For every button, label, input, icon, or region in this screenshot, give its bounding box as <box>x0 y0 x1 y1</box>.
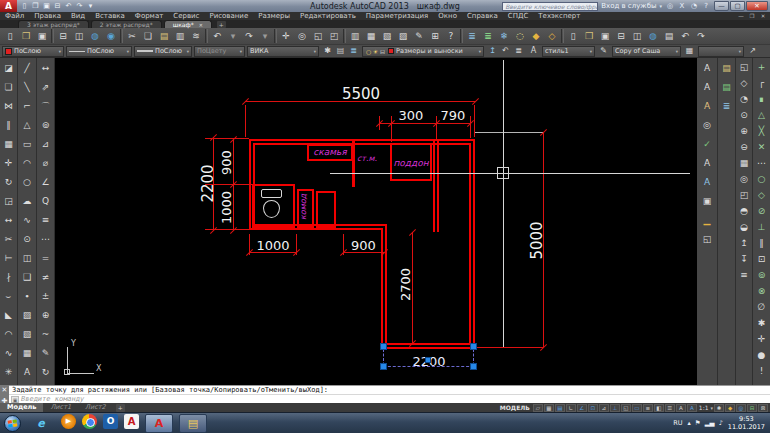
dim-text-900-left[interactable]: 900 <box>219 138 234 188</box>
text-underline-icon[interactable]: ▁ <box>699 211 715 230</box>
undo-3-icon[interactable]: ↶ <box>677 29 693 44</box>
dim-style-icon[interactable]: ✎ <box>597 45 610 57</box>
bench-label[interactable]: скамья <box>305 147 355 157</box>
copy-icon[interactable]: ❏ <box>1 78 17 97</box>
dim-text-5000[interactable]: 5000 <box>528 206 543 276</box>
publish-icon[interactable]: ◍ <box>87 29 103 44</box>
grip-top-left[interactable] <box>380 343 387 350</box>
table-icon[interactable]: ▦ <box>19 344 35 363</box>
plot-2-icon[interactable]: ⊟ <box>613 29 629 44</box>
revision-cloud-icon[interactable]: ☁ <box>19 192 35 211</box>
properties-palette-icon[interactable]: ▥ <box>347 29 363 44</box>
zoom-window-2-icon[interactable]: ◱ <box>736 59 752 75</box>
menu-item[interactable]: Размеры <box>253 12 295 20</box>
dim-jogged-icon[interactable]: ⊿ <box>38 135 54 154</box>
washing-machine-label[interactable]: ст.м. <box>351 154 383 163</box>
qat-undo-icon[interactable]: ↶ <box>63 1 74 12</box>
annotation-scale-value[interactable]: 1:1 <box>699 404 709 411</box>
rotate-icon[interactable]: ↻ <box>1 173 17 192</box>
array-icon[interactable]: ▦ <box>1 135 17 154</box>
draworder-under-icon[interactable]: ↧ <box>736 251 752 267</box>
redo-list-icon[interactable]: ▾ <box>257 29 273 44</box>
join-icon[interactable]: ⌣ <box>1 287 17 306</box>
adobe-reader-icon[interactable]: A <box>124 414 139 429</box>
ellipse-icon[interactable]: ⊙ <box>19 230 35 249</box>
zoom-dynamic-icon[interactable]: ◇ <box>736 75 752 91</box>
command-customize-icon[interactable]: ✚ <box>0 396 10 407</box>
menu-item[interactable]: Формат <box>130 12 168 20</box>
mirror-icon[interactable]: ⋈ <box>1 97 17 116</box>
settings-gear-icon[interactable]: ✱ <box>321 45 334 57</box>
temporary-track-point-icon[interactable]: + <box>754 59 770 75</box>
dim-radius-icon[interactable]: ⊚ <box>38 116 54 135</box>
menu-item[interactable]: Справка <box>462 12 503 20</box>
layer-unisolate-icon[interactable]: ≣ <box>480 29 496 44</box>
quick-properties-icon[interactable]: ☰ <box>665 404 675 412</box>
signin-label[interactable]: Вход в службы <box>601 2 656 10</box>
layer-stack-2-icon[interactable]: ≣ <box>719 97 735 116</box>
markup-sheet-icon[interactable]: ▤ <box>719 59 735 78</box>
paste-icon[interactable]: ▤ <box>156 29 172 44</box>
qat-menu-icon[interactable]: ▾ <box>85 1 96 12</box>
dim-style-control[interactable]: Copy of Саша▾ <box>612 46 681 57</box>
close-icon[interactable]: ✕ <box>746 1 768 11</box>
dim-text-790[interactable]: 790 <box>431 108 475 123</box>
layer-on-bulb-icon[interactable]: ○ <box>365 48 372 55</box>
polyline-icon[interactable]: ⌐ <box>19 97 35 116</box>
doc-restore-icon[interactable]: ❐ <box>747 13 757 20</box>
communication-center-icon[interactable]: ◔ <box>689 1 699 11</box>
pan-2-icon[interactable]: ✛ <box>754 331 770 347</box>
media-player-icon[interactable]: ▶ <box>61 414 76 429</box>
quickcalc-icon[interactable]: ⊞ <box>427 29 443 44</box>
zoom-window-icon[interactable]: ◱ <box>310 29 326 44</box>
layout-tab[interactable]: Лист2 <box>78 403 113 412</box>
dim-text-300[interactable]: 300 <box>389 108 433 123</box>
new-icon[interactable]: ▯ <box>2 29 18 44</box>
taskbar-clock[interactable]: 9:53 11.01.2017 <box>728 415 765 431</box>
plot-icon[interactable]: ⊟ <box>55 29 71 44</box>
qat-plot-icon[interactable]: ⊟ <box>52 1 63 12</box>
doc-minimize-icon[interactable]: — <box>736 13 746 20</box>
zoom-previous-icon[interactable]: ◰ <box>326 29 342 44</box>
open-2-icon[interactable]: ❒ <box>581 29 597 44</box>
dim-baseline-icon[interactable]: ≡ <box>38 211 54 230</box>
snap-mode-icon[interactable]: ▦ <box>544 404 554 412</box>
menu-item[interactable]: Окно <box>433 12 462 20</box>
start-button[interactable] <box>4 415 21 432</box>
copy-clip-icon[interactable]: ❏ <box>140 29 156 44</box>
dim-space-icon[interactable]: = <box>38 249 54 268</box>
infer-constraints-icon[interactable]: ▱ <box>533 404 543 412</box>
find-text-icon[interactable]: ◎ <box>699 116 715 135</box>
divider-wall-outer[interactable] <box>433 141 435 232</box>
help-icon[interactable]: ? <box>701 1 711 11</box>
minimize-icon[interactable]: — <box>714 1 729 11</box>
pan-icon[interactable]: ✛ <box>278 29 294 44</box>
menu-item[interactable]: Параметризация <box>361 12 433 20</box>
closet-partition[interactable] <box>316 191 336 228</box>
design-center-icon[interactable]: ▦ <box>363 29 379 44</box>
single-line-text-icon[interactable]: A <box>699 78 715 97</box>
point-icon[interactable]: ∙ <box>19 287 35 306</box>
command-palette-grip[interactable]: ✕✚ <box>0 385 9 403</box>
qat-new-icon[interactable]: ▯ <box>19 1 30 12</box>
new-tab-button[interactable]: + <box>217 21 226 28</box>
wall-top-outer[interactable] <box>249 139 475 141</box>
selection-style-control[interactable]: ВИКА▾ <box>247 46 319 57</box>
draworder-settings-icon[interactable]: ≡ <box>736 267 752 283</box>
save-icon[interactable]: ▣ <box>34 29 50 44</box>
make-block-icon[interactable]: ❑ <box>19 268 35 287</box>
layer-control[interactable]: ○☀⊟ Размеры и выноски ▾ <box>362 46 484 57</box>
dim-text-5500[interactable]: 5500 <box>325 85 397 103</box>
snap-midpoint-icon[interactable]: △ <box>754 107 770 123</box>
shower-tray-label[interactable]: поддон <box>389 158 433 168</box>
toilet-tank[interactable] <box>261 189 282 198</box>
arc-icon[interactable]: ◠ <box>19 154 35 173</box>
menu-item[interactable]: Вид <box>66 12 90 20</box>
chrome-icon[interactable] <box>82 414 97 429</box>
help-2-icon[interactable]: ? <box>443 29 459 44</box>
quick-dim-icon[interactable]: Q <box>38 192 54 211</box>
outlook-icon[interactable]: O <box>103 414 118 429</box>
edit-text-icon[interactable]: A <box>699 97 715 116</box>
layers-stack-icon[interactable]: ≣ <box>347 45 360 57</box>
dim-text-900-bottom[interactable]: 900 <box>341 238 386 253</box>
